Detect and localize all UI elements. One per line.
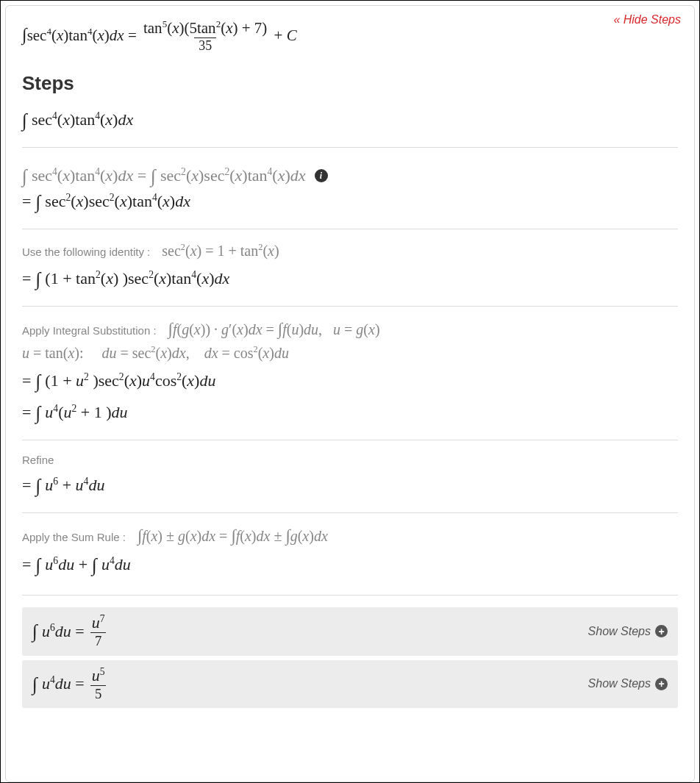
solution-card: « Hide Steps ∫sec4(x)tan4(x)dx = tan5(x)…: [5, 5, 695, 782]
step-3-result2: = ∫ u4(u2 + 1 )du: [22, 402, 678, 423]
step-restate: ∫sec4(x)tan4(x)dx: [22, 102, 678, 147]
hide-steps-link[interactable]: « Hide Steps: [613, 13, 681, 26]
step-2-result: = ∫(1 + tan2(x) )sec2(x)tan4(x)dx: [22, 268, 678, 290]
step-5-hint: Apply the Sum Rule : ∫f(x) ± g(x)dx = ∫f…: [22, 526, 678, 546]
step-2-hint: Use the following identity : sec2(x) = 1…: [22, 243, 678, 260]
subresult-2: ∫ u4du = u5 5 Show Steps +: [22, 660, 678, 709]
step-3-hint: Apply Integral Substitution : ∫f(g(x)) ·…: [22, 320, 678, 339]
step-5: Apply the Sum Rule : ∫f(x) ± g(x)dx = ∫f…: [22, 512, 678, 592]
step-3-hint2: u = tan(x): du = sec2(x)dx, dx = cos2(x)…: [22, 345, 678, 362]
step-3: Apply Integral Substitution : ∫f(g(x)) ·…: [22, 306, 678, 440]
final-result: ∫sec4(x)tan4(x)dx = tan5(x)(5tan2(x) + 7…: [22, 12, 678, 66]
plus-icon: +: [655, 678, 668, 690]
document-frame: « Hide Steps ∫sec4(x)tan4(x)dx = tan5(x)…: [0, 0, 700, 783]
show-steps-link-2[interactable]: Show Steps +: [588, 677, 668, 690]
step-3-result1: = ∫(1 + u2 )sec2(x)u4cos2(x)du: [22, 371, 678, 392]
step-2: Use the following identity : sec2(x) = 1…: [22, 229, 678, 306]
step-1-rewrite: ∫sec4(x)tan4(x)dx = ∫sec2(x)sec2(x)tan4(…: [22, 165, 678, 187]
step-5-result: = ∫ u6du + ∫ u4du: [22, 554, 678, 576]
step-4: Refine = ∫ u6 + u4du: [22, 440, 678, 512]
steps-heading: Steps: [22, 72, 678, 95]
step-4-result: = ∫ u6 + u4du: [22, 475, 678, 496]
step-1: ∫sec4(x)tan4(x)dx = ∫sec2(x)sec2(x)tan4(…: [22, 147, 678, 229]
show-steps-link-1[interactable]: Show Steps +: [588, 625, 668, 638]
info-icon[interactable]: i: [315, 169, 328, 182]
step-4-hint: Refine: [22, 454, 678, 466]
subresult-1: ∫ u6du = u7 7 Show Steps +: [22, 607, 678, 656]
step-1-result: = ∫sec2(x)sec2(x)tan4(x)dx: [22, 191, 678, 212]
plus-icon: +: [655, 625, 668, 637]
